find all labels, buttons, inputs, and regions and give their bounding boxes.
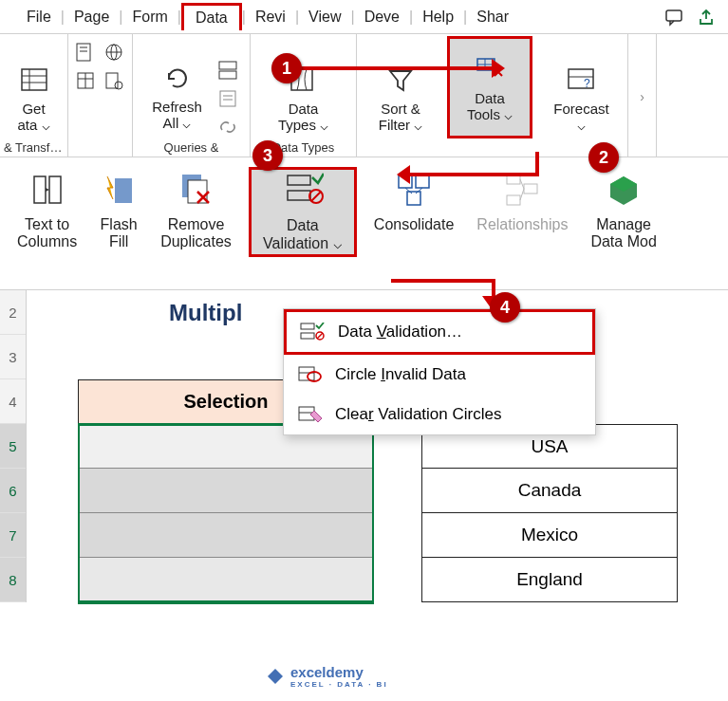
- row-header[interactable]: 5: [0, 424, 26, 469]
- svg-rect-47: [301, 323, 314, 329]
- consolidate-label: Consolidate: [374, 216, 455, 233]
- menu-item-data-validation[interactable]: Data Validation…: [284, 309, 595, 355]
- tab-view[interactable]: View: [299, 3, 350, 31]
- svg-rect-39: [407, 192, 420, 205]
- menu-item-circle-invalid[interactable]: Circle Invalid Data: [284, 355, 595, 395]
- svg-rect-51: [299, 367, 314, 380]
- get-data-icon: [17, 63, 51, 97]
- selection-cell[interactable]: [78, 469, 374, 513]
- svg-text:?: ?: [584, 77, 590, 90]
- tab-help[interactable]: Help: [413, 3, 463, 31]
- row-header[interactable]: 3: [0, 335, 26, 379]
- svg-point-15: [115, 82, 122, 89]
- data-validation-menu-icon: [300, 322, 325, 342]
- svg-rect-1: [22, 69, 47, 90]
- from-table-icon[interactable]: [75, 70, 98, 93]
- text-to-columns-icon: [28, 171, 66, 209]
- edit-links-icon[interactable]: [217, 117, 238, 138]
- svg-line-36: [311, 192, 321, 201]
- svg-rect-30: [115, 178, 132, 203]
- row-header[interactable]: 2: [0, 290, 26, 335]
- country-cell[interactable]: Mexico: [421, 513, 678, 558]
- relationships-icon: [503, 171, 541, 209]
- data-tools-button[interactable]: Data Tools ⌵: [447, 36, 532, 138]
- flash-fill-icon: [100, 171, 138, 209]
- svg-rect-29: [49, 176, 61, 203]
- circle-invalid-icon: [297, 364, 322, 385]
- text-to-columns-button[interactable]: Text to Columns: [11, 167, 83, 254]
- callout-badge-4: 4: [490, 292, 520, 323]
- tab-developer[interactable]: Deve: [355, 3, 409, 31]
- remove-duplicates-label: Remove Duplicates: [160, 216, 232, 250]
- relationships-label: Relationships: [476, 216, 568, 233]
- manage-data-model-button[interactable]: Manage Data Mod: [585, 167, 662, 254]
- comments-icon[interactable]: [663, 7, 684, 28]
- ribbon-main: Get ata ⌵ & Transform… Refresh All ⌵ Que…: [0, 34, 728, 157]
- svg-rect-38: [416, 175, 429, 188]
- remove-duplicates-button[interactable]: Remove Duplicates: [155, 167, 237, 254]
- callout-badge-2: 2: [588, 142, 619, 173]
- tab-form[interactable]: Form: [122, 3, 177, 31]
- callout-badge-3: 3: [252, 140, 283, 171]
- svg-line-50: [317, 333, 323, 339]
- svg-rect-43: [524, 184, 537, 194]
- menu-item-clear-circles[interactable]: Clear Validation Circles: [284, 395, 595, 434]
- selection-cell[interactable]: [78, 513, 374, 558]
- from-web-icon[interactable]: [103, 42, 126, 65]
- get-data-button[interactable]: Get ata ⌵: [9, 59, 59, 138]
- country-cell[interactable]: England: [421, 558, 678, 602]
- watermark-brand: exceldemy: [290, 664, 364, 680]
- manage-data-model-label: Manage Data Mod: [590, 216, 656, 250]
- watermark: exceldemy EXCEL · DATA · BI: [266, 664, 388, 689]
- refresh-icon: [160, 61, 195, 95]
- sort-filter-button[interactable]: Sort & Filter ⌵: [371, 59, 431, 138]
- svg-line-45: [520, 179, 524, 189]
- queries-connections-icon[interactable]: [217, 60, 238, 81]
- tab-data[interactable]: Data: [181, 3, 242, 30]
- consolidate-button[interactable]: Consolidate: [368, 167, 460, 237]
- arrowhead-icon: [397, 165, 410, 184]
- refresh-all-button[interactable]: Refresh All ⌵: [144, 54, 210, 138]
- arrow-2-to-3: [410, 173, 539, 176]
- from-text-icon[interactable]: [75, 42, 98, 65]
- forecast-icon: ?: [564, 63, 598, 97]
- svg-rect-48: [301, 333, 314, 339]
- arrow-3-to-4: [391, 279, 494, 283]
- scroll-right-icon[interactable]: ›: [640, 89, 644, 104]
- flash-fill-label: Flash Fill: [101, 216, 138, 250]
- remove-duplicates-icon: [177, 171, 215, 209]
- row-header[interactable]: 7: [0, 513, 26, 558]
- row-headers: 2 3 4 5 6 7 8: [0, 290, 27, 602]
- data-types-label: Data Types ⌵: [278, 101, 328, 134]
- tab-page[interactable]: Page: [65, 3, 119, 31]
- svg-rect-16: [219, 62, 236, 69]
- svg-line-41: [416, 188, 422, 194]
- data-validation-menu: Data Validation… Circle Invalid Data Cle…: [283, 308, 596, 435]
- arrowhead-icon: [492, 59, 505, 78]
- arrow-1-to-2: [285, 66, 492, 70]
- forecast-label: Forecast ⌵: [553, 101, 608, 134]
- row-header[interactable]: 4: [0, 379, 26, 424]
- group-label-queries: Queries &: [164, 140, 219, 155]
- svg-line-46: [520, 189, 524, 200]
- flash-fill-button[interactable]: Flash Fill: [94, 167, 143, 254]
- forecast-button[interactable]: ? Forecast ⌵: [546, 59, 616, 138]
- group-label-transform: & Transform…: [4, 140, 64, 155]
- selection-cell[interactable]: [78, 558, 374, 602]
- recent-sources-icon[interactable]: [103, 70, 126, 93]
- svg-rect-44: [507, 195, 520, 205]
- ribbon-data-tools: Text to Columns Flash Fill Remove Duplic…: [0, 157, 728, 290]
- country-cell[interactable]: Canada: [421, 469, 678, 513]
- share-icon[interactable]: [696, 7, 717, 28]
- menu-item-label: Clear Validation Circles: [335, 405, 501, 424]
- relationships-button: Relationships: [471, 167, 573, 237]
- row-header[interactable]: 8: [0, 558, 26, 602]
- tab-share[interactable]: Shar: [467, 3, 518, 31]
- properties-icon[interactable]: [217, 88, 238, 109]
- svg-rect-17: [219, 71, 236, 79]
- data-validation-button[interactable]: Data Validation ⌵: [249, 167, 357, 257]
- watermark-sub: EXCEL · DATA · BI: [290, 680, 388, 689]
- tab-review[interactable]: Revi: [246, 3, 295, 31]
- tab-file[interactable]: File: [17, 3, 61, 31]
- row-header[interactable]: 6: [0, 469, 26, 513]
